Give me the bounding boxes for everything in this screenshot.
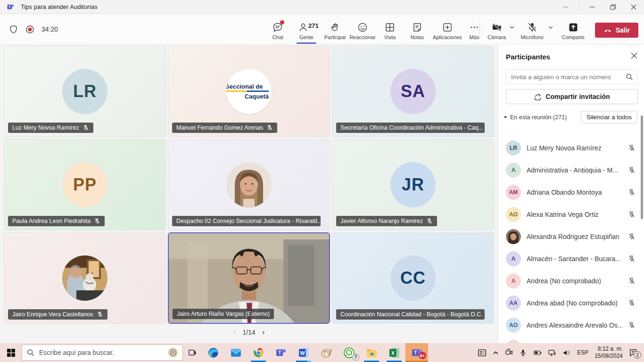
- taskbar-app-word[interactable]: W: [292, 343, 315, 362]
- share-invitation-icon: [534, 93, 542, 101]
- apps-button[interactable]: Aplicaciones: [431, 19, 464, 40]
- avatar: LR: [62, 69, 107, 114]
- smiley-icon: [357, 22, 368, 33]
- taskbar-app-chrome[interactable]: [247, 343, 270, 362]
- taskbar-app-teams[interactable]: T: [270, 343, 292, 362]
- participant-row[interactable]: LR Luz Mery Novoa Ramírez: [498, 137, 644, 159]
- participant-row[interactable]: A Almacén - Santander - Bucara...: [498, 247, 644, 270]
- participant-row[interactable]: A Andrea (No comprobado): [498, 270, 644, 292]
- input-language-indicator[interactable]: ESP: [577, 349, 588, 356]
- tray-mic-icon[interactable]: [520, 349, 527, 356]
- participant-name: Secretaría Oficina Coordinación Administ…: [340, 124, 483, 131]
- mic-muted-icon[interactable]: [628, 255, 636, 263]
- participant-row[interactable]: [498, 336, 644, 343]
- next-page-button[interactable]: ›: [262, 328, 265, 337]
- close-icon: [631, 4, 636, 10]
- hangup-icon: [603, 26, 612, 34]
- taskbar-app-mail[interactable]: [224, 343, 247, 362]
- mic-button[interactable]: Micrófono: [517, 19, 548, 40]
- participant-name: Jairo Arturo Riaño Vargas (Externo): [177, 311, 270, 317]
- participant-name-label: Javier Alfonso Naranjo Ramirez: [336, 216, 437, 226]
- chat-notification-dot: [280, 20, 284, 25]
- meet-now-camera-icon[interactable]: [505, 348, 513, 357]
- taskbar-clock[interactable]: 8:12 a. m. 15/08/2024: [594, 346, 623, 360]
- panel-scrollbar[interactable]: [641, 115, 643, 219]
- video-tile[interactable]: SA Secretaría Oficina Coordinación Admin…: [332, 46, 494, 137]
- file-explorer-icon: [366, 347, 378, 359]
- network-icon[interactable]: [548, 349, 556, 356]
- mic-muted-icon[interactable]: [628, 166, 636, 174]
- window-titlebar: T Tips para atender Auditorías ⋯: [0, 0, 644, 14]
- battery-power-icon[interactable]: [533, 349, 542, 356]
- meeting-toolbar: 34:20 Chat 271 Gente Participar: [0, 14, 644, 45]
- taskbar-app-explorer[interactable]: [360, 343, 383, 362]
- notification-center-button[interactable]: 2: [629, 348, 639, 357]
- raise-hand-icon: [330, 22, 341, 33]
- mute-all-button[interactable]: Silenciar a todos: [581, 111, 637, 123]
- people-button[interactable]: 271 Gente: [291, 19, 322, 40]
- invite-search-box[interactable]: [506, 69, 637, 84]
- meeting-timer: 34:20: [41, 25, 58, 33]
- shield-icon[interactable]: [8, 25, 18, 34]
- video-tile[interactable]: JR Javier Alfonso Naranjo Ramirez: [332, 139, 494, 230]
- taskbar-app-edge[interactable]: [202, 343, 224, 362]
- view-button[interactable]: Vista: [376, 19, 404, 40]
- section-collapse-icon[interactable]: [503, 115, 508, 120]
- raise-hand-button[interactable]: Participar: [322, 19, 349, 40]
- tray-expand-chevron-icon[interactable]: [493, 350, 499, 356]
- mic-muted-icon[interactable]: [628, 211, 636, 218]
- participant-row[interactable]: AO Alexa Katrina Vega Ortiz: [498, 203, 644, 225]
- mic-muted-icon[interactable]: [628, 277, 636, 285]
- svg-text:T: T: [8, 5, 11, 9]
- notes-button[interactable]: Notas: [404, 19, 431, 40]
- titlebar-more-button[interactable]: ⋯: [555, 0, 576, 14]
- leave-button[interactable]: Salir: [595, 23, 638, 38]
- video-tile[interactable]: LR Luz Mery Novoa Ramírez: [4, 46, 166, 137]
- camera-options-button[interactable]: [509, 19, 517, 32]
- mic-muted-icon[interactable]: [628, 144, 636, 152]
- video-tile[interactable]: Jairo Enrique Vera Castellanos: [4, 232, 166, 324]
- mic-muted-icon[interactable]: [628, 233, 636, 240]
- camera-button[interactable]: Cámara: [485, 19, 509, 40]
- participant-row[interactable]: AA Andrea abad (No comprobado): [498, 292, 644, 314]
- share-invitation-button[interactable]: Compartir invitación: [506, 89, 638, 104]
- taskbar-app-whatsapp[interactable]: 7: [338, 343, 360, 362]
- edge-icon: [207, 347, 219, 359]
- close-button[interactable]: [623, 0, 644, 14]
- video-tile[interactable]: Seccional de Caquetá Manuel Fernando Gom…: [168, 46, 330, 137]
- video-tile[interactable]: CC Coordinación Nacional Calidad - Bogot…: [332, 232, 494, 324]
- panel-close-button[interactable]: [631, 52, 637, 61]
- participants-list: LR Luz Mery Novoa Ramírez A Administrati…: [498, 137, 644, 343]
- tray-time: 8:12 a. m.: [594, 346, 623, 353]
- video-tile[interactable]: Despacho 02 Consejo Seccional Judicatura…: [168, 139, 330, 230]
- video-tile-active-speaker[interactable]: Jairo Arturo Riaño Vargas (Externo): [168, 232, 330, 324]
- taskbar-app-teams-active[interactable]: T 9+: [405, 343, 428, 362]
- previous-page-button[interactable]: ‹: [233, 328, 236, 337]
- minimize-button[interactable]: [582, 0, 603, 14]
- mic-options-button[interactable]: [548, 19, 555, 32]
- mic-label: Micrófono: [520, 34, 543, 40]
- participant-row[interactable]: Alexandra Rodriguez Estupiñan: [498, 225, 644, 247]
- mic-muted-icon: [97, 311, 103, 318]
- mic-muted-icon[interactable]: [628, 299, 636, 307]
- react-button[interactable]: Reaccionar: [349, 19, 376, 40]
- view-label: Vista: [384, 34, 396, 40]
- video-tile[interactable]: PP Paula Andrea Leon Piedrahita: [4, 139, 166, 230]
- participant-row[interactable]: AO Andres Alexsaindre Arevalo Os...: [498, 314, 644, 336]
- restore-button[interactable]: [603, 0, 623, 14]
- start-button[interactable]: [0, 343, 22, 362]
- widgets-news-icon[interactable]: [478, 348, 487, 357]
- mic-muted-icon[interactable]: [628, 321, 636, 329]
- taskbar-search-box[interactable]: Escribe aquí para buscar.: [22, 345, 183, 361]
- participant-row[interactable]: A Administrativa - Antioquia - M...: [498, 159, 644, 181]
- share-button[interactable]: Comparte: [558, 19, 588, 40]
- volume-icon[interactable]: [562, 349, 571, 356]
- invite-search-input[interactable]: [511, 74, 626, 81]
- taskbar-app-excel[interactable]: X: [383, 343, 405, 362]
- task-view-button[interactable]: [183, 343, 202, 362]
- participant-row[interactable]: AM Adriana Obando Montoya: [498, 181, 644, 203]
- mic-muted-icon[interactable]: [628, 189, 636, 196]
- chat-button[interactable]: Chat: [264, 19, 291, 40]
- avatar: PP: [62, 162, 107, 207]
- taskbar-app-paint[interactable]: [315, 343, 338, 362]
